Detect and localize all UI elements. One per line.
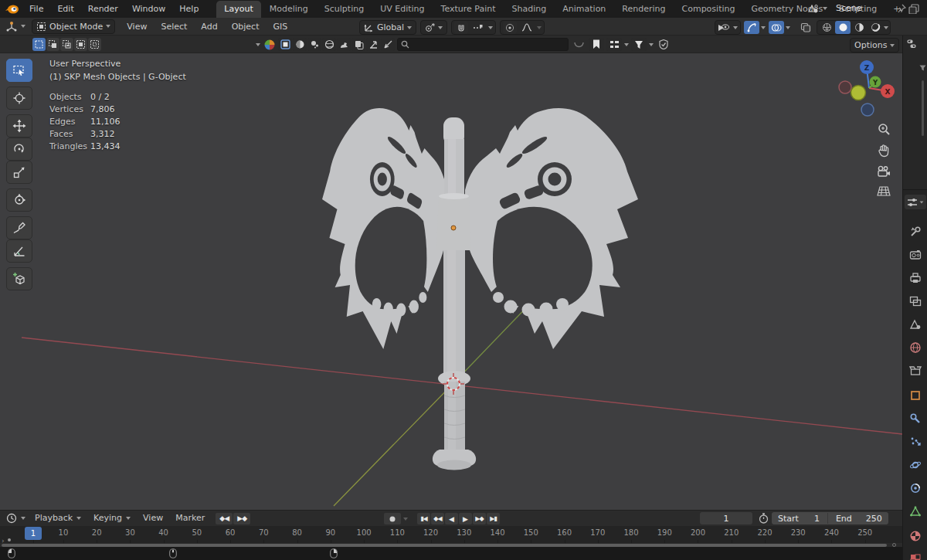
properties-tab-physics[interactable] — [908, 457, 923, 473]
properties-editor-icon[interactable] — [905, 195, 926, 209]
falloff-curve-icon[interactable] — [520, 21, 534, 34]
gizmos-toggle[interactable] — [744, 21, 759, 34]
jump-end-button[interactable]: ▶▮ — [487, 513, 500, 524]
timeline-ruler[interactable]: 1020304050607080901001101201301401501601… — [0, 526, 902, 543]
select-mode-set-icon[interactable] — [32, 38, 46, 51]
workspace-tab-texture-paint[interactable]: Texture Paint — [433, 1, 504, 18]
arc-icon[interactable] — [571, 38, 586, 51]
workspace-tab-shading[interactable]: Shading — [504, 1, 555, 18]
overlays-caret[interactable] — [786, 26, 790, 29]
timeline-editor-caret[interactable] — [21, 517, 25, 520]
tool-select-box-button[interactable] — [6, 59, 32, 82]
reverse-play-button[interactable]: ◀ — [445, 513, 458, 524]
workspace-tab-sculpting[interactable]: Sculpting — [317, 1, 372, 18]
auto-keying-caret[interactable] — [403, 518, 408, 521]
auto-keying-button[interactable] — [384, 513, 401, 524]
new-scene-icon[interactable] — [908, 3, 919, 14]
gizmo-minus-y-axis[interactable] — [851, 86, 866, 100]
workspace-tab-animation[interactable]: Animation — [555, 1, 613, 18]
snap-target-icon[interactable] — [471, 21, 485, 34]
grid-ortho-icon[interactable] — [877, 182, 891, 201]
outliner-scrollbar[interactable] — [922, 80, 924, 136]
next-keyframe-button[interactable]: ▶◆ — [473, 513, 486, 524]
timeline-menu-playback[interactable]: Playback — [29, 511, 87, 526]
mode-dropdown[interactable]: Object Mode — [32, 19, 115, 34]
preview-sphere-icon[interactable] — [263, 38, 276, 51]
tree-display-caret[interactable] — [624, 43, 629, 46]
gizmos-caret[interactable] — [761, 26, 766, 29]
select-mode-invert-icon[interactable] — [74, 38, 87, 51]
play-button[interactable]: ▶ — [459, 513, 472, 524]
pan-hand-icon[interactable] — [877, 140, 891, 161]
blender-logo-icon[interactable] — [5, 3, 19, 15]
navigation-gizmo[interactable]: Z Y X — [838, 58, 902, 124]
topbar-menu-render[interactable]: Render — [81, 0, 125, 18]
scene-icon[interactable] — [805, 2, 820, 15]
topbar-menu-file[interactable]: File — [22, 0, 50, 18]
gizmo-minus-x-axis[interactable] — [839, 81, 851, 93]
snap-magnet-icon[interactable] — [454, 21, 468, 34]
bookmark-icon[interactable] — [589, 38, 604, 51]
viewport-menu-add[interactable]: Add — [194, 18, 224, 36]
current-frame-marker[interactable]: 1 — [25, 527, 42, 540]
scene-name[interactable]: Scene — [836, 3, 862, 13]
topbar-menu-edit[interactable]: Edit — [50, 0, 80, 18]
snap-caret[interactable] — [488, 26, 493, 29]
jump-start-button[interactable]: ▮◀ — [417, 513, 430, 524]
gizmo-minus-z-axis[interactable] — [861, 104, 874, 116]
camera-view-icon[interactable] — [877, 161, 891, 182]
zoom-icon[interactable] — [877, 118, 891, 140]
search-input[interactable] — [413, 39, 555, 49]
3d-viewport[interactable]: User Perspective (1) SKP Mesh Objects | … — [0, 53, 902, 510]
properties-tab-modifiers[interactable] — [908, 411, 923, 426]
select-mode-subtract-icon[interactable] — [60, 38, 73, 51]
properties-tab-constraints[interactable] — [908, 480, 923, 496]
shading-material-icon[interactable] — [851, 21, 867, 34]
timeline-menu-view[interactable]: View — [137, 511, 169, 526]
properties-tab-view-layer[interactable] — [908, 294, 923, 309]
properties-tab-render[interactable] — [908, 247, 923, 263]
tool-cursor-button[interactable] — [6, 87, 32, 110]
visibility-dropdown[interactable] — [715, 20, 741, 35]
proportional-icon[interactable] — [503, 21, 517, 34]
timeline-menu-keying[interactable]: Keying — [87, 511, 137, 526]
editor-type-icon[interactable] — [4, 20, 19, 33]
holdout-icon[interactable] — [307, 38, 321, 51]
properties-tab-object[interactable] — [908, 388, 923, 403]
filter-funnel-icon[interactable] — [631, 38, 647, 51]
viewport-menu-select[interactable]: Select — [154, 18, 194, 36]
timeline-menu-marker[interactable]: Marker — [169, 511, 211, 526]
viewport-menu-object[interactable]: Object — [225, 18, 267, 36]
jump-next-keyframe-button[interactable]: ▶◆ — [233, 513, 250, 524]
tool-measure-button[interactable] — [6, 239, 32, 263]
viewport-menu-view[interactable]: View — [120, 18, 154, 36]
filter-funnel-caret[interactable] — [649, 43, 654, 46]
tool-add-cube-button[interactable] — [6, 267, 32, 290]
brush-icon[interactable] — [351, 38, 365, 51]
options-dropdown[interactable]: Options — [850, 38, 899, 53]
overlays-toggle[interactable] — [769, 21, 784, 34]
shading-caret[interactable] — [884, 26, 888, 29]
pin-icon[interactable] — [897, 4, 906, 13]
preview-sphere-icon[interactable] — [278, 38, 292, 51]
viewport-menu-gis[interactable]: GIS — [266, 18, 294, 36]
editor-type-caret[interactable] — [21, 25, 25, 28]
shading-rendered-icon[interactable] — [868, 21, 883, 34]
tree-display-icon[interactable] — [606, 38, 622, 51]
properties-tab-collection[interactable] — [908, 363, 923, 378]
end-frame-value[interactable]: 250 — [866, 514, 882, 524]
orientation-dropdown[interactable]: Global — [359, 20, 416, 35]
properties-tab-material[interactable] — [908, 528, 923, 544]
properties-tab-tool[interactable] — [908, 224, 923, 239]
topbar-menu-help[interactable]: Help — [172, 0, 205, 18]
outliner-editor-icon[interactable] — [907, 39, 919, 49]
workspace-tab-layout[interactable]: Layout — [216, 1, 260, 18]
properties-tab-scene[interactable] — [908, 317, 923, 332]
shading-wireframe-icon[interactable] — [819, 21, 834, 34]
tool-annotate-button[interactable] — [6, 216, 32, 239]
workspace-tab-modeling[interactable]: Modeling — [262, 1, 316, 18]
tool-move-button[interactable] — [6, 114, 32, 137]
armature-icon[interactable] — [381, 38, 395, 51]
tool-scale-button[interactable] — [6, 161, 32, 184]
duplicate-icon[interactable] — [366, 38, 380, 51]
